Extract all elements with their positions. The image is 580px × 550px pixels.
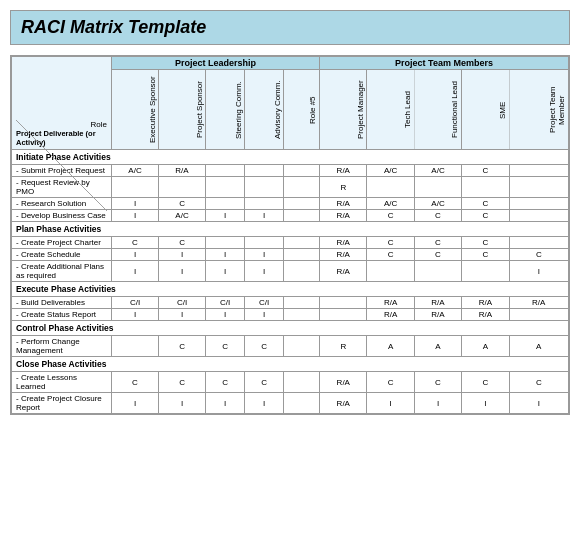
data-cell-2-1-2: I: [206, 309, 245, 321]
corner-cell: Role Project Deliverable (or Activity): [12, 57, 112, 150]
role-col-0: Executive Sponsor: [112, 70, 159, 150]
table-row: - Create Project Closure ReportIIIIR/AII…: [12, 393, 569, 414]
data-cell-2-1-4: [284, 309, 320, 321]
phase-row-2: Execute Phase Activities: [12, 282, 569, 297]
raci-table: Role Project Deliverable (or Activity) P…: [11, 56, 569, 414]
data-cell-2-1-6: R/A: [367, 309, 414, 321]
data-cell-0-1-1: [159, 177, 206, 198]
data-cell-4-0-5: R/A: [320, 372, 367, 393]
data-cell-2-1-1: I: [159, 309, 206, 321]
data-cell-0-1-4: [284, 177, 320, 198]
data-cell-3-0-0: [112, 336, 159, 357]
data-cell-0-2-8: C: [462, 198, 509, 210]
data-cell-2-1-5: [320, 309, 367, 321]
data-cell-0-2-1: C: [159, 198, 206, 210]
role-col-1: Project Sponsor: [159, 70, 206, 150]
data-cell-1-1-0: I: [112, 249, 159, 261]
data-cell-0-3-6: C: [367, 210, 414, 222]
data-cell-4-0-4: [284, 372, 320, 393]
data-cell-1-0-1: C: [159, 237, 206, 249]
data-cell-0-3-5: R/A: [320, 210, 367, 222]
activity-name-0-1: - Request Review by PMO: [12, 177, 112, 198]
data-cell-1-0-7: C: [414, 237, 461, 249]
data-cell-1-1-3: I: [245, 249, 284, 261]
role-col-2: Steering Comm.: [206, 70, 245, 150]
activity-name-1-2: - Create Additional Plans as required: [12, 261, 112, 282]
table-row: - Submit Project RequestA/CR/AR/AA/CA/CC: [12, 165, 569, 177]
activity-name-2-1: - Create Status Report: [12, 309, 112, 321]
data-cell-0-3-8: C: [462, 210, 509, 222]
title-bar: RACI Matrix Template: [10, 10, 570, 45]
activity-name-0-0: - Submit Project Request: [12, 165, 112, 177]
data-cell-1-2-6: [367, 261, 414, 282]
data-cell-1-0-4: [284, 237, 320, 249]
data-cell-0-1-8: [462, 177, 509, 198]
data-cell-2-0-1: C/I: [159, 297, 206, 309]
data-cell-2-0-0: C/I: [112, 297, 159, 309]
data-cell-0-2-2: [206, 198, 245, 210]
data-cell-0-3-4: [284, 210, 320, 222]
phase-row-3: Control Phase Activities: [12, 321, 569, 336]
data-cell-2-0-9: R/A: [509, 297, 568, 309]
data-cell-1-2-5: R/A: [320, 261, 367, 282]
role-col-4: Role #5: [284, 70, 320, 150]
corner-role-label: Role: [16, 120, 107, 129]
data-cell-1-1-8: C: [462, 249, 509, 261]
role-col-5: Project Manager: [320, 70, 367, 150]
data-cell-0-1-5: R: [320, 177, 367, 198]
data-cell-3-0-6: A: [367, 336, 414, 357]
data-cell-0-1-6: [367, 177, 414, 198]
data-cell-2-0-2: C/I: [206, 297, 245, 309]
phase-row-0: Initiate Phase Activities: [12, 150, 569, 165]
data-cell-1-1-1: I: [159, 249, 206, 261]
data-cell-4-0-8: C: [462, 372, 509, 393]
activity-name-0-2: - Research Solution: [12, 198, 112, 210]
phase-header-2: Execute Phase Activities: [12, 282, 569, 297]
data-cell-1-1-4: [284, 249, 320, 261]
data-cell-0-0-8: C: [462, 165, 509, 177]
data-cell-0-2-5: R/A: [320, 198, 367, 210]
phase-header-1: Plan Phase Activities: [12, 222, 569, 237]
corner-deliverable-label: Project Deliverable (or Activity): [16, 129, 107, 147]
data-cell-1-1-7: C: [414, 249, 461, 261]
data-cell-1-0-5: R/A: [320, 237, 367, 249]
data-cell-1-2-4: [284, 261, 320, 282]
data-cell-2-1-7: R/A: [414, 309, 461, 321]
activity-name-2-0: - Build Deliverables: [12, 297, 112, 309]
data-cell-4-0-2: C: [206, 372, 245, 393]
data-cell-4-1-7: I: [414, 393, 461, 414]
data-cell-2-0-8: R/A: [462, 297, 509, 309]
data-cell-1-1-9: C: [509, 249, 568, 261]
data-cell-4-1-5: R/A: [320, 393, 367, 414]
activity-name-1-1: - Create Schedule: [12, 249, 112, 261]
data-cell-1-2-1: I: [159, 261, 206, 282]
phase-header-4: Close Phase Activities: [12, 357, 569, 372]
data-cell-0-1-9: [509, 177, 568, 198]
data-cell-0-2-6: A/C: [367, 198, 414, 210]
data-cell-0-2-7: A/C: [414, 198, 461, 210]
data-cell-0-0-6: A/C: [367, 165, 414, 177]
data-cell-3-0-7: A: [414, 336, 461, 357]
activity-name-0-3: - Develop Business Case: [12, 210, 112, 222]
data-cell-2-0-7: R/A: [414, 297, 461, 309]
data-cell-4-0-7: C: [414, 372, 461, 393]
data-cell-1-2-3: I: [245, 261, 284, 282]
data-cell-0-1-0: [112, 177, 159, 198]
group-project-team-members: Project Team Members: [320, 57, 569, 70]
data-cell-2-0-3: C/I: [245, 297, 284, 309]
data-cell-0-1-3: [245, 177, 284, 198]
data-cell-1-0-8: C: [462, 237, 509, 249]
data-cell-3-0-4: [284, 336, 320, 357]
table-row: - Create Project CharterCCR/ACCC: [12, 237, 569, 249]
data-cell-4-0-0: C: [112, 372, 159, 393]
data-cell-4-1-2: I: [206, 393, 245, 414]
table-row: - Create Lessons LearnedCCCCR/ACCCC: [12, 372, 569, 393]
data-cell-2-0-4: [284, 297, 320, 309]
activity-name-3-0: - Perform Change Management: [12, 336, 112, 357]
data-cell-4-1-6: I: [367, 393, 414, 414]
role-col-3: Advisory Comm.: [245, 70, 284, 150]
data-cell-4-1-0: I: [112, 393, 159, 414]
table-row: - Research SolutionICR/AA/CA/CC: [12, 198, 569, 210]
data-cell-4-1-4: [284, 393, 320, 414]
role-col-8: SME: [462, 70, 509, 150]
